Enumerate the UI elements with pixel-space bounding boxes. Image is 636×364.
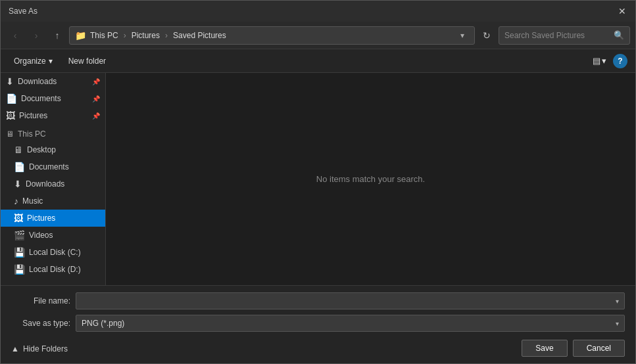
help-button[interactable]: ? bbox=[613, 54, 627, 68]
hide-folders-label: Hide Folders bbox=[23, 344, 68, 353]
toolbar2-right: ▤ ▾ ? bbox=[589, 53, 627, 68]
folder-icon: 📁 bbox=[75, 30, 86, 41]
desktop-icon: 🖥 bbox=[14, 145, 23, 155]
downloads-icon: ⬇ bbox=[6, 76, 14, 87]
this-pc-header[interactable]: 🖥 This PC bbox=[1, 124, 105, 141]
this-pc-label: This PC bbox=[18, 129, 46, 139]
save-as-type-dropdown-icon[interactable]: ▾ bbox=[616, 320, 619, 327]
sidebar-item-label: Downloads bbox=[26, 179, 64, 189]
documents-icon: 📄 bbox=[6, 93, 17, 104]
file-name-label: File name: bbox=[11, 296, 70, 306]
pin-icon: 📌 bbox=[92, 112, 100, 120]
pictures-icon: 🖼 bbox=[14, 213, 23, 223]
search-input[interactable] bbox=[504, 31, 610, 40]
music-icon: ♪ bbox=[14, 196, 18, 206]
save-as-type-input[interactable] bbox=[82, 319, 616, 328]
address-part-1: This PC bbox=[90, 31, 118, 40]
save-button[interactable]: Save bbox=[522, 340, 567, 357]
file-name-input-wrap: ▾ bbox=[76, 292, 625, 309]
search-icon: 🔍 bbox=[614, 30, 624, 40]
main-content: ⬇ Downloads 📌 📄 Documents 📌 🖼 Pictures 📌… bbox=[1, 73, 635, 285]
sidebar-item-label: Pictures bbox=[27, 214, 55, 223]
hide-folders-chevron-icon: ▲ bbox=[11, 344, 19, 353]
organize-button[interactable]: Organize ▾ bbox=[9, 54, 58, 68]
title-bar: Save As ✕ bbox=[1, 1, 635, 22]
dialog-buttons: Save Cancel bbox=[522, 337, 625, 357]
search-box: 🔍 bbox=[499, 26, 630, 45]
sidebar-item-label: Music bbox=[22, 196, 43, 206]
sidebar-item-local-disk-c[interactable]: 💾 Local Disk (C:) bbox=[1, 244, 105, 261]
bottom-panel: File name: ▾ Save as type: ▾ ▲ Hide Fold… bbox=[1, 285, 635, 363]
view-button[interactable]: ▤ ▾ bbox=[589, 53, 610, 68]
sidebar-item-label: Local Disk (D:) bbox=[29, 265, 81, 274]
address-bar[interactable]: 📁 This PC › Pictures › Saved Pictures ▾ bbox=[69, 26, 475, 45]
disk-icon: 💾 bbox=[14, 247, 25, 258]
save-as-type-input-wrap: ▾ bbox=[76, 315, 625, 332]
sidebar-item-documents[interactable]: 📄 Documents bbox=[1, 158, 105, 175]
downloads-icon: ⬇ bbox=[14, 179, 22, 189]
file-name-input[interactable] bbox=[82, 296, 616, 306]
hide-folders-toggle[interactable]: ▲ Hide Folders bbox=[11, 340, 68, 353]
organize-label: Organize bbox=[14, 57, 46, 66]
file-name-row: File name: ▾ bbox=[11, 292, 625, 309]
sidebar-item-downloads-quick[interactable]: ⬇ Downloads 📌 bbox=[1, 73, 105, 90]
file-name-dropdown-icon[interactable]: ▾ bbox=[616, 298, 619, 305]
sidebar-item-label: Documents bbox=[29, 162, 69, 171]
close-button[interactable]: ✕ bbox=[617, 6, 627, 16]
cancel-button[interactable]: Cancel bbox=[573, 340, 625, 357]
sidebar-item-documents-quick[interactable]: 📄 Documents 📌 bbox=[1, 90, 105, 107]
sidebar-item-label: Pictures bbox=[19, 111, 47, 120]
videos-icon: 🎬 bbox=[14, 230, 25, 240]
address-part-2: Pictures bbox=[132, 31, 160, 40]
dialog-title: Save As bbox=[9, 7, 37, 16]
this-pc-icon: 🖥 bbox=[6, 129, 14, 139]
sidebar-item-label: Downloads bbox=[18, 77, 57, 86]
command-toolbar: Organize ▾ New folder ▤ ▾ ? bbox=[1, 49, 635, 73]
title-bar-controls: ✕ bbox=[617, 6, 627, 16]
sidebar-item-label: Documents bbox=[21, 94, 61, 103]
forward-button[interactable]: › bbox=[27, 26, 45, 45]
documents-icon: 📄 bbox=[14, 162, 25, 172]
sidebar-item-label: Videos bbox=[29, 231, 53, 240]
back-button[interactable]: ‹ bbox=[6, 26, 24, 45]
sidebar-item-label: Local Disk (C:) bbox=[29, 248, 81, 257]
file-area: No items match your search. bbox=[106, 73, 635, 285]
disk-icon: 💾 bbox=[14, 264, 25, 275]
organize-chevron-icon: ▾ bbox=[49, 57, 53, 66]
save-as-dialog: Save As ✕ ‹ › ↑ 📁 This PC › Pictures › S… bbox=[0, 0, 636, 364]
no-items-message: No items match your search. bbox=[316, 174, 425, 184]
address-dropdown-button[interactable]: ▾ bbox=[456, 29, 469, 42]
sidebar-item-pictures-quick[interactable]: 🖼 Pictures 📌 bbox=[1, 107, 105, 124]
save-as-type-row: Save as type: ▾ bbox=[11, 315, 625, 332]
refresh-button[interactable]: ↻ bbox=[477, 26, 496, 45]
sidebar-item-pictures[interactable]: 🖼 Pictures bbox=[1, 210, 105, 227]
sidebar: ⬇ Downloads 📌 📄 Documents 📌 🖼 Pictures 📌… bbox=[1, 73, 106, 285]
up-button[interactable]: ↑ bbox=[48, 26, 66, 45]
address-part-3: Saved Pictures bbox=[173, 31, 226, 40]
pin-icon: 📌 bbox=[92, 95, 100, 102]
view-dropdown-icon: ▾ bbox=[602, 56, 606, 66]
sidebar-item-videos[interactable]: 🎬 Videos bbox=[1, 227, 105, 244]
sidebar-item-downloads[interactable]: ⬇ Downloads bbox=[1, 175, 105, 193]
help-icon: ? bbox=[618, 57, 622, 66]
address-sep-2: › bbox=[165, 31, 168, 40]
view-icon: ▤ bbox=[593, 56, 600, 66]
new-folder-label: New folder bbox=[68, 57, 106, 66]
bottom-lower: ▲ Hide Folders Save Cancel bbox=[11, 337, 625, 357]
pin-icon: 📌 bbox=[92, 78, 100, 85]
sidebar-item-music[interactable]: ♪ Music bbox=[1, 193, 105, 210]
save-as-type-label: Save as type: bbox=[11, 319, 70, 328]
sidebar-item-label: Desktop bbox=[27, 145, 56, 154]
pictures-icon: 🖼 bbox=[6, 110, 15, 121]
new-folder-button[interactable]: New folder bbox=[63, 54, 111, 68]
sidebar-item-local-disk-d[interactable]: 💾 Local Disk (D:) bbox=[1, 261, 105, 278]
nav-toolbar: ‹ › ↑ 📁 This PC › Pictures › Saved Pictu… bbox=[1, 22, 635, 49]
address-sep-1: › bbox=[124, 31, 126, 40]
sidebar-item-desktop[interactable]: 🖥 Desktop bbox=[1, 141, 105, 158]
